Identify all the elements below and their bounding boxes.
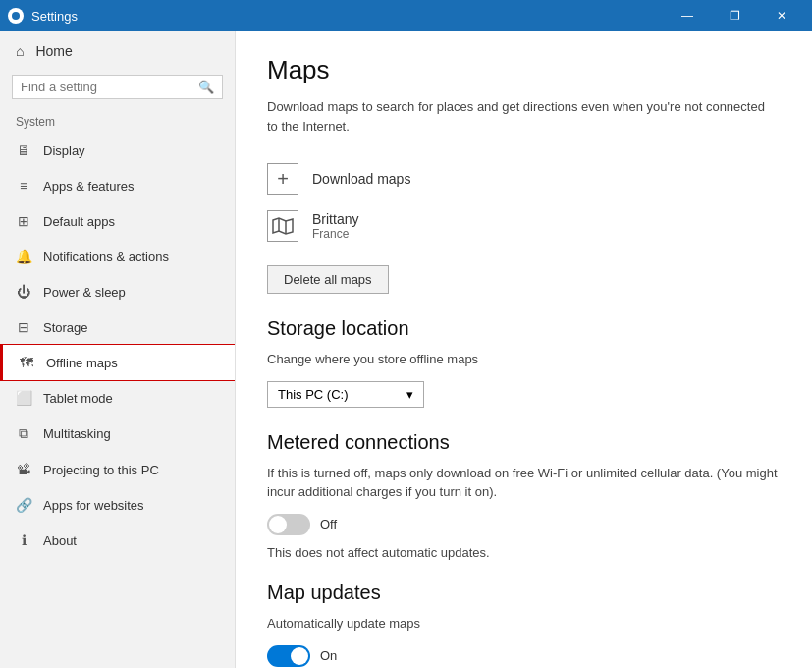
toggle-knob-updates <box>291 647 308 665</box>
updates-toggle-row: On <box>267 645 781 667</box>
sidebar-label-apps-websites: Apps for websites <box>43 498 144 513</box>
chevron-down-icon: ▾ <box>406 387 413 402</box>
brittany-country: France <box>312 227 358 241</box>
map-updates-section: Map updates Automatically update maps On… <box>267 582 781 668</box>
sidebar-item-tablet-mode[interactable]: ⬜ Tablet mode <box>0 380 235 416</box>
sidebar-label-notifications: Notifications & actions <box>43 250 169 264</box>
metered-section: Metered connections If this is turned of… <box>267 431 781 563</box>
map-location-text: Brittany France <box>312 211 358 241</box>
storage-option-label: This PC (C:) <box>278 387 349 402</box>
notifications-icon: 🔔 <box>16 249 31 264</box>
toggle-knob <box>269 516 287 533</box>
sidebar-label-multitasking: Multitasking <box>43 426 111 441</box>
sidebar-item-apps-websites[interactable]: 🔗 Apps for websites <box>0 487 235 523</box>
search-icon: 🔍 <box>198 80 214 94</box>
maximize-button[interactable]: ❐ <box>712 0 757 31</box>
apps-websites-icon: 🔗 <box>16 497 31 513</box>
default-apps-icon: ⊞ <box>16 213 31 229</box>
offline-maps-icon: 🗺 <box>19 355 34 370</box>
storage-section: Storage location Change where you store … <box>267 317 781 408</box>
metered-note: This does not affect automatic updates. <box>267 543 778 563</box>
page-title: Maps <box>267 55 781 85</box>
sidebar-label-about: About <box>43 533 77 548</box>
sidebar-label-storage: Storage <box>43 320 88 335</box>
metered-description: If this is turned off, maps only downloa… <box>267 464 778 502</box>
close-button[interactable]: ✕ <box>759 0 804 31</box>
metered-toggle-label: Off <box>320 517 337 531</box>
sidebar-label-tablet-mode: Tablet mode <box>43 391 113 406</box>
page-description: Download maps to search for places and g… <box>267 97 778 136</box>
updates-toggle[interactable] <box>267 645 310 667</box>
settings-icon <box>8 8 24 24</box>
metered-section-title: Metered connections <box>267 431 781 454</box>
maps-list: + Download maps Brittany France <box>267 155 781 250</box>
sidebar-item-power-sleep[interactable]: ⏻ Power & sleep <box>0 274 235 309</box>
minimize-button[interactable]: — <box>665 0 710 31</box>
updates-toggle-label: On <box>320 648 337 663</box>
sidebar-item-home[interactable]: ⌂ Home <box>0 31 235 71</box>
tablet-icon: ⬜ <box>16 390 31 406</box>
sidebar-item-multitasking[interactable]: ⧉ Multitasking <box>0 416 235 452</box>
metered-toggle-row: Off <box>267 514 781 535</box>
map-icon <box>267 210 298 242</box>
title-bar-left: Settings <box>8 8 78 24</box>
delete-all-maps-button[interactable]: Delete all maps <box>267 265 389 294</box>
sidebar-label-default-apps: Default apps <box>43 214 115 229</box>
system-section-label: System <box>0 107 235 133</box>
apps-features-icon: ≡ <box>16 178 31 194</box>
add-map-button[interactable]: + <box>267 163 298 195</box>
power-icon: ⏻ <box>16 284 31 300</box>
brittany-name: Brittany <box>312 211 358 227</box>
updates-description: Automatically update maps <box>267 614 778 634</box>
sidebar-item-about[interactable]: ℹ About <box>0 523 235 558</box>
search-box: 🔍 <box>12 75 223 99</box>
sidebar-label-offline-maps: Offline maps <box>46 356 118 370</box>
multitasking-icon: ⧉ <box>16 425 31 442</box>
content-area: Maps Download maps to search for places … <box>236 31 812 668</box>
sidebar-label-display: Display <box>43 143 85 158</box>
sidebar-label-projecting: Projecting to this PC <box>43 463 159 477</box>
display-icon: 🖥 <box>16 142 31 158</box>
map-updates-title: Map updates <box>267 582 781 604</box>
app-container: ⌂ Home 🔍 System 🖥 Display ≡ Apps & featu… <box>0 31 812 668</box>
home-label: Home <box>35 43 72 59</box>
sidebar-label-apps-features: Apps & features <box>43 179 135 194</box>
title-bar-title: Settings <box>31 9 78 24</box>
sidebar-item-default-apps[interactable]: ⊞ Default apps <box>0 203 235 239</box>
sidebar-item-projecting[interactable]: 📽 Projecting to this PC <box>0 452 235 487</box>
sidebar-item-notifications[interactable]: 🔔 Notifications & actions <box>0 239 235 274</box>
download-maps-item: + Download maps <box>267 155 781 202</box>
storage-location-dropdown[interactable]: This PC (C:) ▾ <box>267 381 424 408</box>
svg-point-0 <box>12 12 20 20</box>
sidebar-label-power-sleep: Power & sleep <box>43 285 126 300</box>
title-bar-controls: — ❐ ✕ <box>665 0 804 31</box>
sidebar-item-storage[interactable]: ⊟ Storage <box>0 309 235 345</box>
brittany-map-item: Brittany France <box>267 202 781 250</box>
storage-icon: ⊟ <box>16 319 31 335</box>
metered-toggle[interactable] <box>267 514 310 535</box>
search-input[interactable] <box>21 80 192 94</box>
about-icon: ℹ <box>16 532 31 548</box>
sidebar-item-apps-features[interactable]: ≡ Apps & features <box>0 168 235 203</box>
title-bar: Settings — ❐ ✕ <box>0 0 812 31</box>
projecting-icon: 📽 <box>16 462 31 477</box>
storage-section-title: Storage location <box>267 317 781 340</box>
sidebar-item-display[interactable]: 🖥 Display <box>0 133 235 168</box>
sidebar-item-offline-maps[interactable]: 🗺 Offline maps <box>0 345 235 380</box>
storage-description: Change where you store offline maps <box>267 350 778 369</box>
sidebar: ⌂ Home 🔍 System 🖥 Display ≡ Apps & featu… <box>0 31 236 668</box>
home-icon: ⌂ <box>16 43 24 59</box>
download-maps-label[interactable]: Download maps <box>312 171 410 187</box>
